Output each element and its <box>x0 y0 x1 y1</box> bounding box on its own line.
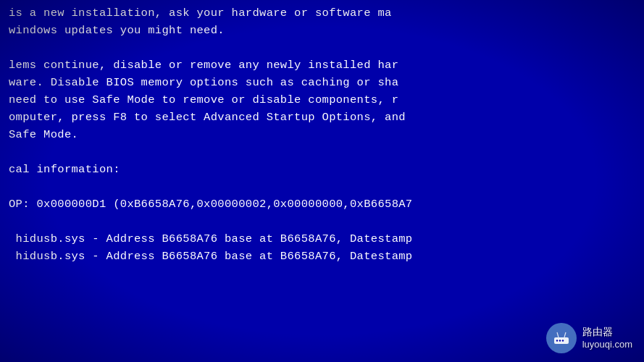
svg-line-5 <box>564 332 566 337</box>
svg-point-3 <box>561 340 563 341</box>
watermark-brand: 路由器 <box>582 325 632 338</box>
svg-point-1 <box>556 340 557 341</box>
watermark: 路由器 luyouqi.com <box>546 323 632 353</box>
bsod-screen: is a new installation, ask your hardware… <box>0 0 644 362</box>
bsod-content: is a new installation, ask your hardware… <box>0 0 644 362</box>
svg-line-4 <box>557 332 559 337</box>
watermark-icon <box>546 323 577 353</box>
watermark-site: luyouqi.com <box>582 339 632 351</box>
svg-point-2 <box>559 340 560 341</box>
watermark-label: 路由器 luyouqi.com <box>582 325 632 350</box>
